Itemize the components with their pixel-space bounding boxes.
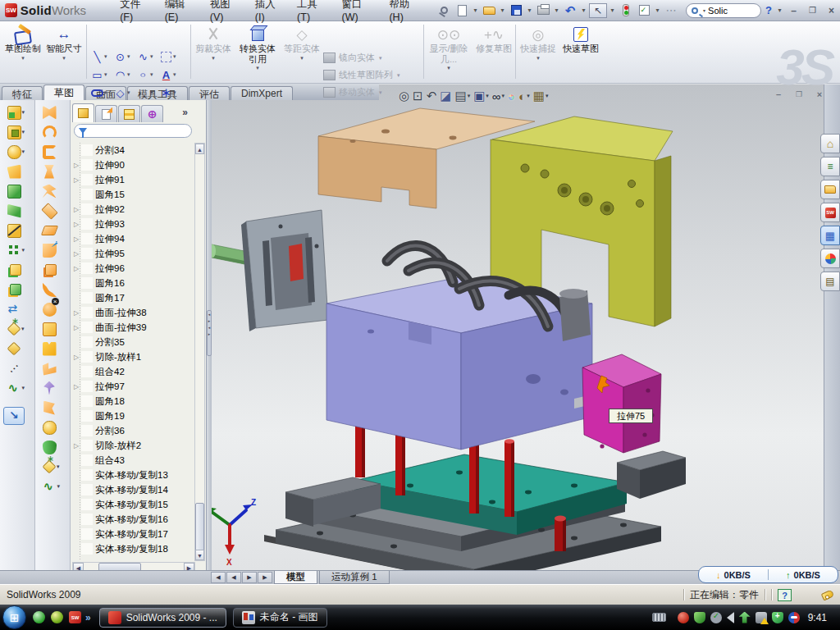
tree-item[interactable]: 拉伸91: [72, 172, 194, 187]
tree-item[interactable]: 拉伸93: [72, 217, 194, 231]
sketch-entity-button[interactable]: ▾: [113, 66, 136, 84]
sketch-entity-button[interactable]: ▾: [90, 66, 113, 84]
task-button[interactable]: SolidWorks 2009 - ...: [99, 608, 226, 628]
ribbon-stacked-button[interactable]: 线性草图阵列 ▾: [323, 66, 422, 84]
toolbar-button[interactable]: ▾: [35, 142, 70, 162]
tree-item[interactable]: 实体-移动/复制15: [72, 497, 194, 512]
design-library-button[interactable]: ≡: [820, 157, 840, 176]
selection-filter-icon[interactable]: ⋯: [663, 3, 679, 18]
volume-tray-icon[interactable]: [727, 612, 734, 623]
configurationmanager-tab[interactable]: [118, 105, 140, 122]
toolbar-button[interactable]: ▾: [0, 240, 34, 260]
network-warning-tray-icon[interactable]: [756, 612, 767, 623]
toolbox-button[interactable]: SW: [820, 203, 840, 222]
hud-button[interactable]: ▾: [508, 89, 515, 103]
toolbar-button[interactable]: ▾: [35, 260, 70, 280]
expand-arrow[interactable]: [72, 250, 80, 258]
toolbar-button[interactable]: ▾: [0, 162, 34, 181]
tree-item[interactable]: 实体-移动/复制16: [72, 512, 194, 527]
scroll-up-arrow[interactable]: ▲: [195, 144, 204, 154]
hud-button[interactable]: ▾: [427, 89, 437, 103]
tree-item[interactable]: 圆角16: [72, 276, 194, 290]
toolbar-button[interactable]: ▾: [0, 378, 34, 398]
sketch-entity-button[interactable]: ▾: [136, 84, 159, 102]
toolbar-button[interactable]: ▾: [35, 358, 70, 378]
command-tab[interactable]: 特征: [2, 86, 43, 100]
tree-item[interactable]: 分割36: [72, 423, 194, 438]
convert-entities-button[interactable]: 转换实体引用 ▾: [236, 25, 279, 80]
tree-item[interactable]: 切除-放样2: [72, 438, 194, 453]
expand-arrow[interactable]: [72, 265, 80, 272]
tree-item[interactable]: 拉伸96: [72, 261, 194, 276]
rapid-sketch-button[interactable]: 快速草图: [561, 25, 600, 80]
menu-item[interactable]: 编辑(E): [156, 0, 201, 26]
tree-vertical-scrollbar[interactable]: ▲ ▼: [194, 143, 205, 561]
expand-arrow[interactable]: [72, 206, 80, 213]
expand-arrow[interactable]: [72, 162, 80, 169]
options-icon[interactable]: [636, 3, 652, 18]
sketch-entity-button[interactable]: ▾: [113, 84, 136, 102]
help-icon[interactable]: ?: [763, 4, 774, 16]
toolbar-button[interactable]: ▾: [35, 319, 70, 339]
menu-item[interactable]: 文件(F): [111, 0, 156, 26]
expand-arrow[interactable]: [72, 176, 80, 184]
tree-item[interactable]: 拉伸90: [72, 158, 194, 172]
tree-item[interactable]: 拉伸94: [72, 231, 194, 246]
tab-nav-button[interactable]: ◀: [211, 572, 226, 583]
toolbar-button[interactable]: ▾: [0, 260, 34, 280]
menu-item[interactable]: 窗口(W): [333, 0, 381, 26]
toolbar-button[interactable]: ▾: [35, 221, 70, 240]
sketch-entity-button[interactable]: ▾: [90, 84, 113, 102]
expand-arrow[interactable]: [72, 442, 80, 450]
app-minimize-button[interactable]: –: [785, 4, 802, 17]
smart-dimension-button[interactable]: ↔ 智能尺寸 ▾: [44, 25, 84, 80]
propertymanager-tab[interactable]: [95, 105, 117, 122]
tab-nav-button[interactable]: ◀: [226, 572, 241, 583]
taskbar-clock[interactable]: 9:41: [808, 612, 827, 623]
app-close-button[interactable]: ×: [823, 4, 840, 17]
tree-item[interactable]: 实体-移动/复制18: [72, 541, 194, 556]
tree-item[interactable]: 圆角18: [72, 394, 194, 409]
toolbar-button[interactable]: ▾: [0, 319, 34, 339]
tree-item[interactable]: 曲面-拉伸39: [72, 320, 194, 335]
security-plus-tray-icon[interactable]: [772, 612, 783, 623]
toolbar-button[interactable]: ▾: [35, 201, 70, 221]
quick-tips-button[interactable]: ?: [778, 589, 792, 601]
toolbar-button[interactable]: ▾: [35, 122, 70, 142]
menu-item[interactable]: 插入(I): [246, 0, 288, 26]
command-tab[interactable]: DimXpert: [231, 86, 293, 100]
tree-item[interactable]: 切除-放样1: [72, 349, 194, 364]
toolbar-button[interactable]: ▾: [0, 122, 34, 142]
tree-item[interactable]: 拉伸92: [72, 202, 194, 217]
toolbar-button[interactable]: ▾: [35, 378, 70, 398]
part-cavity-die[interactable]: [209, 210, 328, 331]
select-tool-icon[interactable]: ↖: [589, 3, 607, 18]
messenger-tray-icon[interactable]: [788, 612, 800, 623]
tab-nav-button[interactable]: ▶: [258, 572, 272, 583]
toolbar-button[interactable]: ▾: [0, 339, 34, 358]
toolbar-button[interactable]: ▾: [0, 358, 34, 378]
messenger-icon[interactable]: [33, 611, 45, 623]
toolbar-button[interactable]: ▾: [35, 418, 70, 437]
tab-nav-button[interactable]: ▶: [242, 572, 257, 583]
tree-item[interactable]: 曲面-拉伸38: [72, 305, 194, 320]
toolbar-button[interactable]: ▾: [35, 103, 70, 122]
tree-item[interactable]: 圆角19: [72, 409, 194, 423]
toolbar-button[interactable]: ▾: [35, 181, 70, 201]
toolbar-button[interactable]: ▾: [0, 406, 34, 426]
toolbar-button[interactable]: ▾: [35, 457, 70, 477]
offset-entities-button[interactable]: ◇ 等距实体 ▾: [282, 25, 322, 80]
trim-entities-button[interactable]: 剪裁实体 ▾: [194, 25, 233, 80]
part-stop-pin[interactable]: [555, 516, 566, 551]
update-check-tray-icon[interactable]: [710, 612, 722, 623]
ribbon-stacked-button[interactable]: 移动实体 ▾: [323, 84, 422, 101]
search-input[interactable]: [708, 6, 747, 16]
toolbar-button[interactable]: ▾: [35, 240, 70, 260]
model-tab[interactable]: 运动算例 1: [319, 571, 390, 584]
security-shield-tray-icon[interactable]: [694, 612, 705, 623]
sketch-entity-button[interactable]: ▾: [159, 84, 182, 102]
input-method-icon[interactable]: [652, 613, 666, 622]
tree-item[interactable]: 实体-移动/复制17: [72, 527, 194, 541]
toolbar-button[interactable]: ▾: [35, 339, 70, 358]
toolbar-button[interactable]: ▾: [35, 299, 70, 319]
